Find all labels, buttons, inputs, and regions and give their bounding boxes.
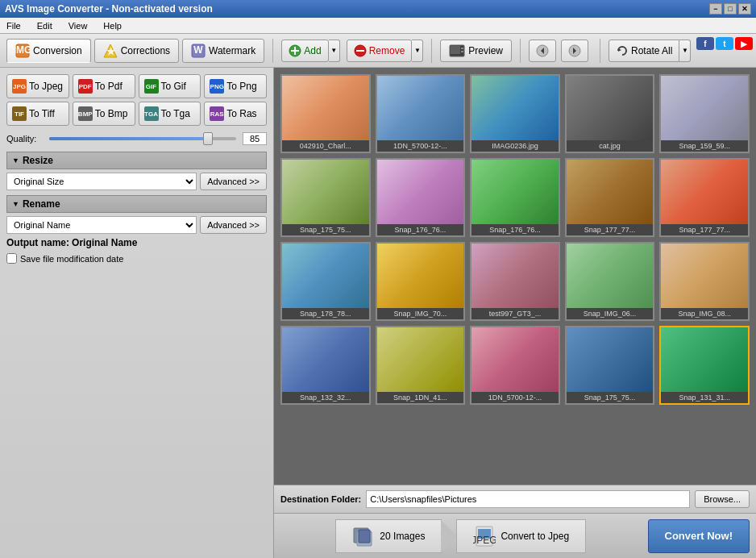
facebook-icon[interactable]: f xyxy=(696,37,714,50)
preview-icon xyxy=(449,44,465,57)
image-item[interactable]: Snap_177_77... xyxy=(659,158,750,237)
image-item[interactable]: Snap_1DN_41... xyxy=(376,326,466,405)
destination-input[interactable] xyxy=(366,490,690,508)
image-item[interactable]: Snap_IMG_08... xyxy=(659,242,750,321)
rename-section-header[interactable]: ▼ Rename xyxy=(6,195,267,213)
resize-section-label: Resize xyxy=(23,155,53,166)
tab-conversion[interactable]: IMG Conversion xyxy=(6,39,91,63)
output-name-label: Output name: Original Name xyxy=(6,237,267,248)
menu-help[interactable]: Help xyxy=(100,19,125,32)
conversion-tab-icon: IMG xyxy=(15,44,30,58)
tab-watermark[interactable]: W Watermark xyxy=(182,39,264,63)
app-title: AVS Image Converter - Non-activated vers… xyxy=(5,3,213,15)
quality-value-input[interactable] xyxy=(243,132,267,145)
format-bmp-button[interactable]: BMP To Bmp xyxy=(73,102,135,126)
image-item[interactable]: 1DN_5700-12-... xyxy=(470,326,560,405)
close-button[interactable]: ✕ xyxy=(738,3,751,15)
rename-advanced-button[interactable]: Advanced >> xyxy=(200,216,267,234)
convert-now-button[interactable]: Convert Now! xyxy=(648,519,750,553)
image-thumbnail xyxy=(282,327,369,392)
image-label: Snap_IMG_08... xyxy=(661,308,748,319)
preview-button[interactable]: Preview xyxy=(440,40,512,62)
youtube-icon[interactable]: ▶ xyxy=(735,37,753,50)
image-label: Snap_159_59... xyxy=(661,140,748,152)
restore-button[interactable]: □ xyxy=(724,3,737,15)
image-label: Snap_175_75... xyxy=(282,224,369,235)
image-item[interactable]: Snap_175_75... xyxy=(280,158,371,237)
add-button-group: Add ▼ xyxy=(281,40,339,62)
forward-icon xyxy=(568,44,581,57)
rotate-dropdown-arrow[interactable]: ▼ xyxy=(679,40,691,62)
save-mod-date-checkbox[interactable] xyxy=(6,253,17,264)
quality-slider-fill xyxy=(49,137,208,140)
resize-section-header[interactable]: ▼ Resize xyxy=(6,152,267,169)
image-label: 042910_Charl... xyxy=(282,140,369,152)
corrections-tab-label: Corrections xyxy=(121,45,170,56)
image-label: 1DN_5700-12-... xyxy=(471,392,559,403)
image-item[interactable]: Snap_159_59... xyxy=(659,74,750,153)
convert-bar: 20 Images JPEG Convert to Jpeg Convert N… xyxy=(274,513,756,558)
rotate-icon xyxy=(616,44,629,57)
image-item[interactable]: Snap_131_31... xyxy=(659,326,750,405)
svg-rect-8 xyxy=(291,50,299,52)
image-item[interactable]: Snap_177_77... xyxy=(565,158,655,237)
image-thumbnail xyxy=(661,160,748,224)
quality-slider-thumb[interactable] xyxy=(203,132,213,145)
image-item[interactable]: Snap_176_76... xyxy=(470,158,560,237)
rotate-button[interactable]: Rotate All xyxy=(609,40,679,62)
image-item[interactable]: 042910_Charl... xyxy=(280,74,371,153)
image-thumbnail xyxy=(377,244,464,308)
tab-corrections[interactable]: ★ Corrections xyxy=(94,39,179,63)
remove-button[interactable]: Remove xyxy=(347,40,413,62)
add-dropdown-arrow[interactable]: ▼ xyxy=(329,40,340,62)
format-tiff-button[interactable]: TIF To Tiff xyxy=(6,102,69,126)
format-ras-button[interactable]: RAS To Ras xyxy=(204,102,267,126)
image-item[interactable]: 1DN_5700-12-... xyxy=(376,74,466,153)
save-mod-date-label[interactable]: Save file modification date xyxy=(20,254,123,264)
twitter-icon[interactable]: t xyxy=(716,37,733,50)
image-item[interactable]: Snap_178_78... xyxy=(280,242,371,321)
image-item[interactable]: Snap_132_32... xyxy=(280,326,371,405)
forward-button[interactable] xyxy=(561,40,588,62)
back-button[interactable] xyxy=(529,40,556,62)
minimize-button[interactable]: − xyxy=(709,3,722,15)
image-grid: 042910_Charl...1DN_5700-12-...IMAG0236.j… xyxy=(274,68,756,485)
jpeg-icon: JPG xyxy=(12,79,27,94)
image-label: Snap_176_76... xyxy=(471,224,559,235)
image-thumbnail xyxy=(661,76,748,140)
image-item[interactable]: IMAG0236.jpg xyxy=(470,74,560,153)
rotate-all-label: Rotate All xyxy=(631,45,672,56)
image-item[interactable]: Snap_176_76... xyxy=(376,158,466,237)
rotate-button-group: Rotate All ▼ xyxy=(609,40,691,62)
toolbar-separator-1 xyxy=(272,39,273,63)
image-item[interactable]: cat.jpg xyxy=(565,74,655,153)
image-thumbnail xyxy=(282,244,369,308)
svg-marker-19 xyxy=(618,48,621,52)
image-item[interactable]: Snap_175_75... xyxy=(565,326,655,405)
format-gif-button[interactable]: GIF To Gif xyxy=(139,74,201,98)
toolbar-separator-3 xyxy=(520,39,521,63)
image-label: Snap_177_77... xyxy=(661,224,748,235)
conversion-tab-label: Conversion xyxy=(33,45,82,56)
window-controls: − □ ✕ xyxy=(709,3,751,15)
format-tga-button[interactable]: TGA To Tga xyxy=(139,102,201,126)
resize-select[interactable]: Original Size Custom Size 640x480 800x60… xyxy=(6,173,197,190)
resize-advanced-button[interactable]: Advanced >> xyxy=(200,173,267,190)
browse-button[interactable]: Browse... xyxy=(695,490,750,508)
format-jpeg-button[interactable]: JPG To Jpeg xyxy=(6,74,69,98)
remove-dropdown-arrow[interactable]: ▼ xyxy=(412,40,423,62)
image-item[interactable]: test997_GT3_... xyxy=(470,242,560,321)
menu-edit[interactable]: Edit xyxy=(34,19,56,32)
rename-select[interactable]: Original Name Custom Name Sequential xyxy=(6,216,197,234)
image-label: Snap_131_31... xyxy=(661,392,748,403)
format-png-button[interactable]: PNG To Png xyxy=(204,74,267,98)
pdf-icon: PDF xyxy=(78,79,93,94)
image-item[interactable]: Snap_IMG_06... xyxy=(565,242,655,321)
menu-view[interactable]: View xyxy=(65,19,91,32)
menu-bar: File Edit View Help f t ▶ xyxy=(0,18,756,34)
image-item[interactable]: Snap_IMG_70... xyxy=(376,242,466,321)
add-button[interactable]: Add xyxy=(281,40,328,62)
menu-file[interactable]: File xyxy=(3,19,24,32)
format-pdf-button[interactable]: PDF To Pdf xyxy=(73,74,135,98)
quality-slider[interactable] xyxy=(49,137,236,140)
